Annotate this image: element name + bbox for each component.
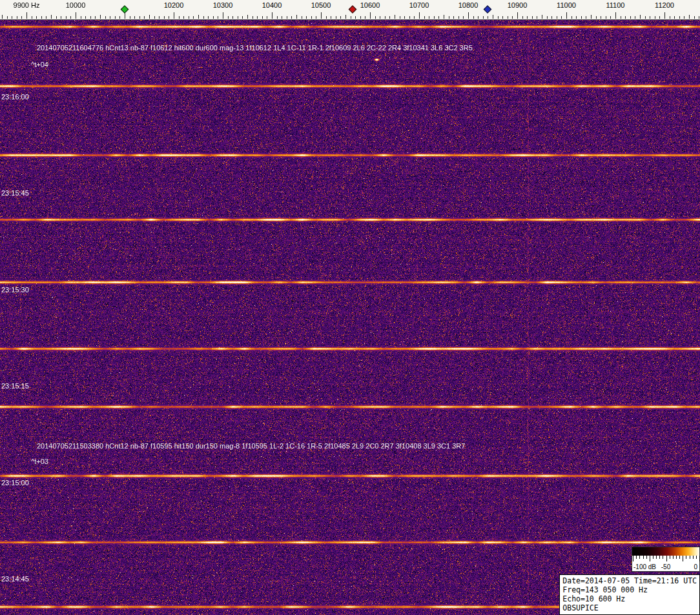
ruler-tick [41, 16, 42, 19]
ruler-tick [395, 15, 395, 19]
ruler-tick [576, 16, 577, 19]
ruler-tick [169, 16, 169, 19]
ruler-tick [453, 16, 454, 19]
waterfall-display[interactable]: -100 dB -50 0 Date=2014-07-05 Time=21:16… [0, 20, 700, 615]
ruler-tick [51, 15, 52, 19]
ruler-label: 10800 [458, 1, 479, 9]
ruler-tick [252, 16, 253, 19]
ruler-tick [566, 12, 567, 19]
frequency-ruler[interactable]: 9900 Hz100001020010300104001050010600107… [0, 0, 700, 20]
ruler-tick [385, 16, 386, 19]
ruler-tick [458, 16, 459, 19]
colorbar-tick [666, 556, 667, 561]
ruler-tick [606, 16, 606, 19]
ruler-tick [473, 16, 474, 19]
ruler-tick [537, 16, 537, 19]
ruler-tick [242, 16, 243, 19]
ruler-tick [463, 16, 464, 19]
ruler-tick [684, 16, 685, 19]
ruler-tick [650, 16, 650, 19]
ruler-tick [581, 16, 582, 19]
ruler-tick [468, 12, 469, 19]
green-diamond-marker-icon[interactable] [121, 5, 129, 14]
detection-annotation: ^t+04 [31, 61, 48, 68]
ruler-tick [174, 12, 174, 19]
detection-annotation: 20140705211604776 hCnt13 nb-87 f10612 hi… [37, 44, 473, 52]
ruler-tick [557, 16, 557, 19]
colorbar-label-mid: -50 [661, 563, 670, 570]
red-diamond-marker-icon[interactable] [349, 5, 357, 14]
ruler-tick [571, 16, 572, 19]
colorbar-tick [673, 556, 674, 559]
ruler-tick [110, 16, 110, 19]
ruler-label: 10200 [164, 1, 184, 9]
ruler-tick [296, 15, 297, 19]
spectrum-monitor-window: 9900 Hz100001020010300104001050010600107… [0, 0, 700, 615]
ruler-label: 11000 [557, 1, 576, 9]
blue-diamond-marker-icon[interactable] [484, 5, 492, 14]
ruler-tick [164, 16, 165, 19]
ruler-tick [449, 16, 449, 19]
ruler-tick [345, 15, 346, 19]
ruler-tick [532, 16, 533, 19]
ruler-tick [434, 16, 435, 19]
ruler-tick [586, 16, 586, 19]
colorbar-tick [659, 556, 660, 559]
ruler-tick [591, 15, 592, 19]
ruler-tick [76, 12, 76, 19]
amplitude-colorbar: -100 dB -50 0 [632, 547, 700, 572]
ruler-tick [645, 16, 646, 19]
ruler-label: 9900 Hz [14, 1, 40, 9]
ruler-tick [424, 16, 425, 19]
ruler-tick [154, 16, 155, 19]
ruler-tick [596, 16, 597, 19]
ruler-tick [228, 16, 229, 19]
colorbar-tick [633, 556, 633, 561]
ruler-tick [689, 15, 690, 19]
ruler-tick [291, 16, 292, 19]
ruler-tick [311, 16, 312, 19]
ruler-tick [478, 16, 479, 19]
info-date-line: Date=2014-07-05 Time=21:16 UTC [562, 576, 697, 585]
colorbar-tick [663, 556, 663, 559]
ruler-tick [655, 16, 655, 19]
ruler-tick [512, 16, 513, 19]
ruler-tick [508, 16, 508, 19]
ruler-tick [542, 15, 542, 19]
ruler-tick [223, 12, 223, 19]
ruler-tick [95, 16, 96, 19]
ruler-tick [370, 12, 371, 19]
ruler-tick [90, 16, 91, 19]
colorbar-labels: -100 dB -50 0 [632, 563, 700, 572]
ruler-tick [7, 16, 8, 19]
ruler-tick [119, 16, 120, 19]
ruler-tick [272, 12, 273, 19]
ruler-tick [610, 16, 611, 19]
ruler-tick [699, 16, 699, 19]
ruler-tick [625, 16, 626, 19]
ruler-tick [694, 16, 695, 19]
ruler-tick [287, 16, 287, 19]
ruler-tick [134, 16, 135, 19]
ruler-tick [17, 16, 17, 19]
colorbar-tick [670, 556, 670, 559]
colorbar-tick [679, 556, 680, 559]
ruler-tick [257, 16, 258, 19]
info-freq-line: Freq=143 050 000 Hz [562, 585, 697, 594]
ruler-tick [198, 15, 199, 19]
ruler-tick [615, 12, 616, 19]
ruler-tick [498, 16, 499, 19]
ruler-tick [302, 16, 302, 19]
ruler-tick [144, 16, 145, 19]
ruler-tick [502, 16, 503, 19]
ruler-tick [635, 16, 635, 19]
ruler-tick [355, 16, 356, 19]
time-label: 23:15:30 [1, 286, 29, 294]
time-label: 23:14:45 [1, 575, 29, 583]
ruler-tick [238, 16, 238, 19]
ruler-tick [404, 16, 405, 19]
ruler-tick [438, 16, 439, 19]
ruler-tick [365, 16, 365, 19]
ruler-label: 10500 [311, 1, 331, 9]
ruler-tick [360, 16, 361, 19]
